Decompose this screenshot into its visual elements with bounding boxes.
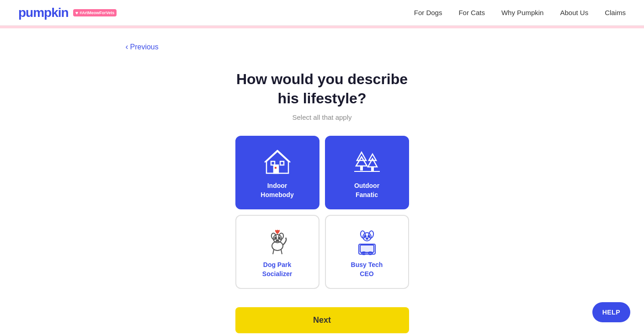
svg-line-19	[273, 250, 274, 254]
nav-claims[interactable]: Claims	[605, 9, 626, 16]
option-busy-tech[interactable]: Busy Tech CEO	[325, 215, 409, 288]
busy-tech-icon	[352, 227, 382, 256]
svg-point-16	[275, 237, 277, 239]
svg-rect-2	[280, 161, 284, 165]
question-title: How would you describe his lifestyle?	[126, 70, 519, 108]
nav-for-dogs[interactable]: For Dogs	[414, 9, 442, 16]
svg-point-18	[276, 240, 278, 241]
dog-park-icon	[263, 227, 292, 256]
busy-tech-label: Busy Tech CEO	[351, 261, 383, 278]
previous-button[interactable]: ‹ Previous	[126, 42, 159, 52]
navbar-links: For Dogs For Cats Why Pumpkin About Us C…	[414, 9, 626, 16]
outdoor-label: Outdoor Fanatic	[354, 181, 379, 199]
svg-point-25	[368, 235, 370, 237]
main-content: ‹ Previous How would you describe his li…	[117, 28, 528, 336]
navbar-left: pumpkin ♥ #ArtMeowForVets	[18, 5, 117, 20]
dog-park-label: Dog Park Socializer	[262, 261, 292, 278]
previous-label: Previous	[130, 43, 159, 51]
svg-rect-4	[275, 167, 277, 169]
help-button[interactable]: HELP	[592, 302, 630, 322]
svg-rect-28	[360, 245, 374, 252]
svg-point-31	[362, 252, 363, 253]
svg-point-24	[364, 235, 366, 237]
badge: ♥ #ArtMeowForVets	[73, 9, 117, 16]
navbar: pumpkin ♥ #ArtMeowForVets For Dogs For C…	[0, 0, 644, 26]
option-dog-park[interactable]: Dog Park Socializer	[235, 215, 319, 288]
svg-line-20	[281, 250, 282, 254]
nav-about-us[interactable]: About Us	[560, 9, 588, 16]
svg-rect-10	[371, 167, 374, 171]
logo[interactable]: pumpkin	[18, 5, 69, 20]
nav-for-cats[interactable]: For Cats	[458, 9, 485, 16]
svg-rect-7	[360, 166, 363, 171]
svg-point-32	[364, 252, 365, 253]
badge-text: #ArtMeowForVets	[80, 11, 114, 15]
option-indoor[interactable]: Indoor Homebody	[235, 136, 319, 209]
question-section: How would you describe his lifestyle? Se…	[126, 70, 519, 333]
chevron-left-icon: ‹	[126, 42, 128, 52]
svg-point-17	[278, 237, 280, 239]
next-button[interactable]: Next	[235, 307, 409, 333]
question-subtitle: Select all that apply	[126, 113, 519, 121]
svg-point-34	[371, 252, 372, 253]
heart-icon: ♥	[75, 10, 79, 16]
option-outdoor[interactable]: Outdoor Fanatic	[325, 136, 409, 209]
outdoor-icon	[352, 148, 382, 177]
options-grid: Indoor Homebody	[235, 136, 409, 288]
svg-point-33	[369, 252, 370, 253]
svg-point-26	[366, 238, 368, 240]
nav-why-pumpkin[interactable]: Why Pumpkin	[501, 9, 544, 16]
indoor-label: Indoor Homebody	[261, 181, 293, 199]
svg-rect-3	[271, 161, 275, 165]
svg-rect-1	[274, 165, 278, 173]
indoor-icon	[263, 148, 292, 177]
